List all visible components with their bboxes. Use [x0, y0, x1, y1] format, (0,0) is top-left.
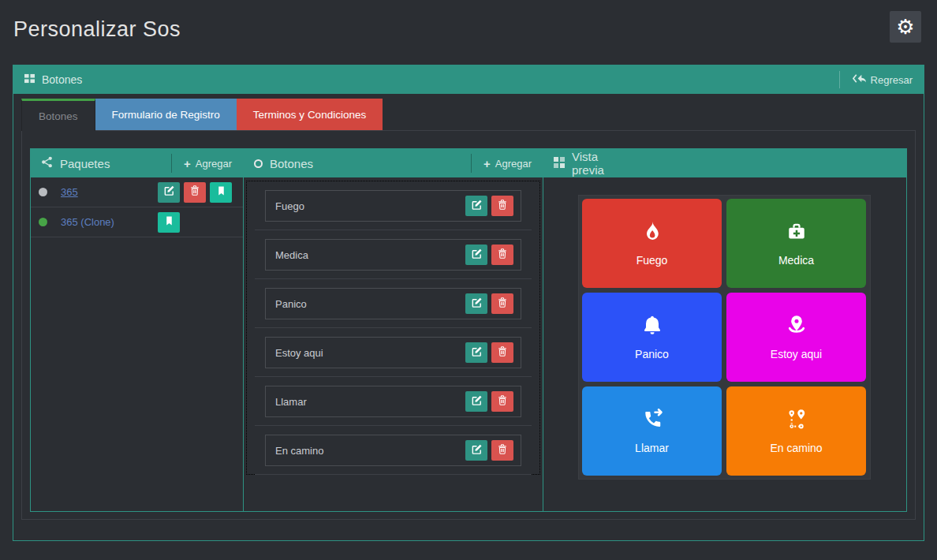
tab-content: Paquetes + Agregar Botones + [21, 130, 916, 520]
toolbar-paquetes-segment: Paquetes + Agregar [31, 149, 244, 177]
add-paquete-label: Agregar [196, 158, 232, 170]
botones-panel: Botones Regresar Botones Formulario de R… [13, 65, 924, 541]
boton-row: Panico [255, 279, 532, 328]
medkit-icon [785, 220, 808, 244]
edit-icon [471, 199, 483, 214]
edit-boton-button[interactable] [465, 391, 487, 412]
toolbar-preview-segment: Vista previa [543, 149, 906, 177]
status-dot [39, 188, 47, 196]
edit-boton-button[interactable] [465, 196, 487, 216]
edit-icon [471, 248, 483, 263]
edit-boton-button[interactable] [465, 293, 487, 314]
edit-boton-button[interactable] [465, 245, 487, 265]
trash-icon [497, 394, 508, 409]
reply-icon [853, 73, 866, 86]
paquetes-title-label: Paquetes [60, 157, 110, 170]
bookmark-icon [216, 185, 226, 200]
paquetes-list: 365 [31, 177, 244, 511]
edit-icon [471, 394, 483, 409]
toolbar: Paquetes + Agregar Botones + [31, 149, 906, 177]
preview-box: Fuego Medica [578, 195, 871, 480]
boton-label: En camino [275, 445, 461, 457]
trash-icon [497, 248, 508, 263]
boton-label: Medica [275, 249, 461, 261]
sos-button-label: En camino [770, 442, 822, 454]
share-icon [41, 156, 53, 170]
paquete-row: 365 [31, 177, 243, 207]
edit-paquete-button[interactable] [158, 182, 180, 203]
botones-list-box: Fuego Medica [246, 181, 540, 475]
trash-icon [189, 185, 200, 200]
back-button[interactable]: Regresar [853, 73, 913, 86]
trash-icon [497, 199, 508, 214]
edit-icon [471, 443, 483, 458]
delete-boton-button[interactable] [491, 440, 513, 461]
paquete-link[interactable]: 365 (Clone) [61, 216, 114, 228]
sos-button-panico[interactable]: Panico [582, 293, 722, 382]
back-button-label: Regresar [871, 74, 913, 86]
paquete-link[interactable]: 365 [61, 186, 78, 198]
sos-button-en-camino[interactable]: En camino [726, 386, 866, 476]
delete-boton-button[interactable] [491, 245, 513, 265]
location-pin-icon [785, 314, 808, 338]
phone-forward-icon [640, 408, 664, 431]
edit-icon [163, 185, 175, 200]
boton-row: Llamar [255, 377, 532, 426]
delete-boton-button[interactable] [491, 196, 513, 216]
sos-button-label: Medica [778, 254, 814, 267]
panel-title-label: Botones [42, 73, 82, 86]
preview-title-label: Vista previa [572, 150, 604, 177]
fire-icon [640, 220, 664, 244]
preview-section-title: Vista previa [543, 150, 604, 177]
sos-button-medica[interactable]: Medica [726, 199, 866, 288]
tab-botones[interactable]: Botones [21, 99, 95, 131]
edit-icon [471, 345, 483, 360]
toolbar-botones-segment: Botones + Agregar [244, 149, 543, 177]
th-large-icon [554, 157, 565, 170]
grid-icon [24, 73, 35, 86]
boton-label: Panico [275, 298, 461, 310]
panel-title: Botones [24, 73, 82, 86]
add-paquete-button[interactable]: + Agregar [172, 149, 244, 177]
sos-button-label: Llamar [635, 442, 669, 454]
delete-boton-button[interactable] [491, 293, 513, 314]
bell-icon [640, 314, 664, 338]
bookmark-paquete-button[interactable] [210, 182, 232, 203]
settings-button[interactable]: ⚙ [890, 11, 921, 43]
paquetes-section-title: Paquetes [31, 156, 171, 170]
plus-icon: + [483, 158, 491, 170]
tab-terminos-y-condiciones[interactable]: Terminos y Condiciones [237, 99, 383, 130]
boton-row: Fuego [255, 181, 532, 230]
tab-formulario-de-registro[interactable]: Formulario de Registro [95, 99, 237, 130]
bookmark-icon [164, 215, 174, 230]
sos-button-fuego[interactable]: Fuego [582, 199, 722, 288]
edit-boton-button[interactable] [465, 342, 487, 363]
header-divider [839, 71, 840, 88]
columns: 365 [31, 177, 906, 511]
boton-label: Llamar [275, 396, 461, 408]
status-dot [39, 218, 47, 226]
trash-icon [497, 345, 508, 360]
add-boton-button[interactable]: + Agregar [472, 149, 543, 177]
workspace: Paquetes + Agregar Botones + [30, 148, 907, 512]
sos-button-estoy-aqui[interactable]: Estoy aqui [726, 293, 866, 382]
add-boton-label: Agregar [495, 158, 532, 170]
trash-icon [497, 443, 508, 458]
bookmark-paquete-button[interactable] [158, 212, 180, 233]
sos-button-label: Fuego [636, 254, 668, 267]
trash-icon [497, 297, 508, 312]
botones-title-label: Botones [270, 157, 313, 170]
edit-boton-button[interactable] [465, 440, 487, 461]
boton-row: Estoy aqui [255, 328, 532, 377]
botones-section-title: Botones [244, 157, 471, 170]
delete-boton-button[interactable] [491, 391, 513, 412]
edit-icon [471, 297, 483, 312]
boton-row: En camino [255, 426, 532, 475]
circle-icon [254, 159, 263, 168]
delete-boton-button[interactable] [491, 342, 513, 363]
delete-paquete-button[interactable] [184, 182, 206, 203]
paquete-actions [158, 212, 235, 233]
sos-button-llamar[interactable]: Llamar [582, 386, 722, 476]
paquete-row: 365 (Clone) [31, 207, 243, 237]
sos-button-label: Estoy aqui [771, 348, 822, 360]
